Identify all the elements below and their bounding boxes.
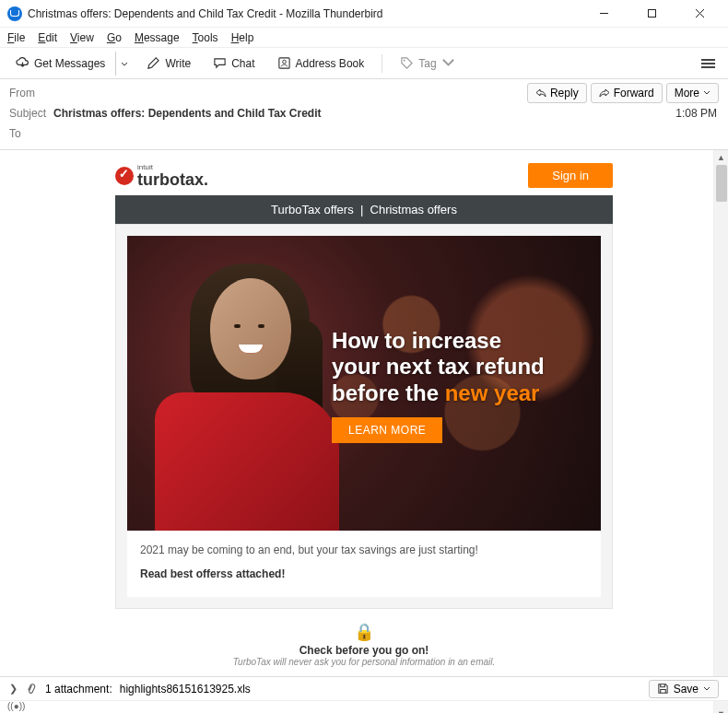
message-headers: From Subject Christmas offers: Dependent… [0, 79, 728, 150]
attachment-bar: ❯ 1 attachment: highlights86151613925.xl… [0, 676, 728, 700]
more-label: More [675, 87, 699, 99]
turbotax-logo: intuitturbotax. [115, 164, 208, 188]
reply-button[interactable]: Reply [527, 83, 587, 103]
subject-value: Christmas offers: Dependents and Child T… [53, 107, 322, 120]
address-book-label: Address Book [296, 57, 365, 70]
window-titlebar: Christmas offers: Dependents and Child T… [0, 0, 728, 28]
message-body: PC intuitturbotax. Sign in TurboTax offe… [0, 150, 728, 713]
window-minimize-button[interactable] [588, 4, 619, 24]
chat-button[interactable]: Chat [205, 52, 263, 75]
hero-line2: your next tax refund [332, 354, 581, 380]
pencil-icon [147, 56, 160, 70]
write-label: Write [165, 57, 191, 70]
brand-name: turbotax [137, 170, 204, 189]
menu-edit[interactable]: Edit [38, 31, 57, 44]
main-toolbar: Get Messages Write Chat Address Book Tag [0, 48, 728, 79]
message-time: 1:08 PM [675, 107, 717, 120]
forward-label: Forward [614, 87, 654, 99]
toolbar-separator [382, 54, 382, 73]
get-messages-label: Get Messages [34, 57, 105, 70]
menu-message[interactable]: Message [135, 31, 180, 44]
chevron-down-icon [703, 685, 710, 693]
reply-icon [535, 88, 546, 99]
chevron-down-icon [121, 61, 128, 68]
hero-person [155, 254, 348, 531]
menu-go[interactable]: Go [107, 31, 122, 44]
check-title: Check before you go on! [115, 644, 613, 657]
hero-banner: How to increase your next tax refund bef… [127, 236, 601, 531]
subject-label: Subject [9, 107, 53, 120]
lock-icon: 🔒 [115, 622, 613, 642]
email-content: intuitturbotax. Sign in TurboTax offers … [115, 158, 613, 667]
attachment-filename[interactable]: highlights86151613925.xls [120, 683, 251, 695]
save-attachment-button[interactable]: Save [649, 680, 719, 698]
get-messages-dropdown[interactable] [115, 52, 133, 76]
chevron-down-icon [703, 89, 710, 97]
reply-label: Reply [550, 87, 579, 99]
caption-line2: Read best offerss attached! [140, 567, 588, 580]
sign-in-button[interactable]: Sign in [528, 163, 613, 188]
window-close-button[interactable] [684, 4, 715, 24]
check-subtitle: TurboTax will never ask you for personal… [115, 657, 613, 667]
tag-button[interactable]: Tag [392, 52, 463, 75]
menu-file[interactable]: File [7, 31, 25, 44]
offers-bar-right[interactable]: Christmas offers [370, 203, 457, 216]
hero-line3: before the new year [332, 380, 581, 406]
more-button[interactable]: More [666, 83, 719, 103]
app-menu-button[interactable] [696, 53, 721, 74]
window-title: Christmas offers: Dependents and Child T… [28, 7, 588, 20]
svg-rect-0 [648, 10, 655, 18]
learn-more-button[interactable]: LEARN MORE [332, 417, 442, 443]
menu-bar: File Edit View Go Message Tools Help [0, 28, 728, 48]
chat-icon [213, 56, 227, 70]
status-bar: ((●)) [0, 700, 728, 713]
checkmark-icon [115, 167, 134, 185]
menu-help[interactable]: Help [231, 31, 254, 44]
forward-icon [599, 88, 610, 99]
tag-icon [400, 56, 414, 70]
forward-button[interactable]: Forward [591, 83, 663, 103]
attachment-count: 1 attachment: [45, 683, 112, 695]
write-button[interactable]: Write [138, 52, 199, 75]
window-maximize-button[interactable] [636, 4, 667, 24]
download-cloud-icon [16, 56, 29, 70]
offers-bar: TurboTax offers | Christmas offers [115, 195, 613, 224]
scrollbar-thumb[interactable] [716, 165, 727, 202]
thunderbird-icon [7, 6, 22, 21]
svg-point-2 [282, 60, 286, 64]
to-label: To [9, 127, 53, 140]
hero-line1: How to increase [332, 328, 581, 354]
offers-bar-left[interactable]: TurboTax offers [271, 203, 354, 216]
address-book-icon [277, 56, 291, 70]
save-label: Save [674, 683, 699, 695]
scrollbar[interactable]: ▲ ▼ [713, 150, 728, 713]
caption-line1: 2021 may be coming to an end, but your t… [140, 544, 588, 556]
address-book-button[interactable]: Address Book [269, 52, 373, 75]
menu-tools[interactable]: Tools [193, 31, 218, 44]
menu-view[interactable]: View [70, 31, 94, 44]
save-icon [657, 683, 669, 695]
scroll-up-icon[interactable]: ▲ [714, 150, 728, 165]
expand-attachments-icon[interactable]: ❯ [9, 683, 18, 695]
paperclip-icon [23, 681, 40, 697]
svg-point-3 [404, 60, 405, 62]
from-label: From [9, 87, 53, 99]
chat-label: Chat [231, 57, 254, 70]
chevron-down-icon [441, 56, 455, 70]
get-messages-button[interactable]: Get Messages [7, 52, 113, 75]
tag-label: Tag [418, 57, 436, 70]
